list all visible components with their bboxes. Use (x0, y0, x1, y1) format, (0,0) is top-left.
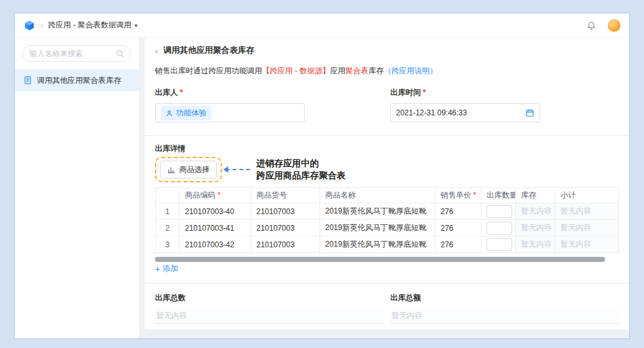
form-description: 销售出库时通过跨应用功能调用【跨应用 - 数据源】应用聚合表库存（跨应用说明） (155, 65, 619, 77)
row-index: 3 (156, 236, 180, 253)
sidebar-search[interactable] (22, 45, 131, 62)
cell-name: 2019新英伦风马丁靴厚底短靴 (320, 220, 435, 236)
col-header-subtotal: 小计 (555, 188, 619, 203)
scrollbar-thumb[interactable] (155, 257, 605, 262)
table-row: 1 210107003-40 210107003 2019新英伦风马丁靴厚底短靴… (156, 203, 619, 220)
desc-highlight-1: 【跨应用 - 数据源】 (262, 66, 330, 75)
cell-price: 276 (435, 220, 481, 236)
annotation-line-1: 进销存应用中的 (256, 157, 346, 170)
form-header: ‹ 调用其他应用聚合表库存 (155, 38, 619, 61)
table-row: 2 210107003-41 210107003 2019新英伦风马丁靴厚底短靴… (156, 220, 619, 236)
page-title: 调用其他应用聚合表库存 (163, 45, 254, 56)
app-window: › 跨应用 - 聚合表数据调用 ▾ 调用其他 (14, 13, 630, 339)
required-mark: * (180, 88, 183, 97)
table-header-row: 商品编码* 商品货号 商品名称 销售单价* 出库数量* 库存 小计 (156, 188, 619, 203)
breadcrumb[interactable]: 跨应用 - 聚合表数据调用 ▾ (48, 20, 137, 31)
cell-price: 276 (435, 236, 481, 253)
time-label-text: 出库时间 (390, 88, 421, 97)
table-row: 3 210107003-42 210107003 2019新英伦风马丁靴厚底短靴… (156, 236, 619, 253)
cell-code: 210107003-42 (180, 236, 251, 253)
cell-stock: 暂无内容 (516, 236, 555, 253)
cell-sku: 210107003 (251, 203, 320, 220)
time-field: 出库时间* 2021-12-31 09:46:33 (390, 87, 619, 122)
cell-qty (481, 203, 516, 220)
total-count-value: 暂无内容 (155, 308, 384, 324)
cell-sku: 210107003 (251, 236, 320, 253)
time-value: 2021-12-31 09:46:33 (396, 108, 525, 117)
col-header-name: 商品名称 (320, 188, 435, 203)
issuer-tag-label: 功能体验 (176, 108, 207, 119)
total-count-field: 出库总数 暂无内容 (155, 293, 384, 324)
row-index: 2 (156, 220, 180, 236)
cell-stock: 暂无内容 (516, 220, 555, 236)
cell-name: 2019新英伦风马丁靴厚底短靴 (320, 236, 435, 253)
add-row-button[interactable]: + 添加 (155, 263, 178, 274)
top-fields: 出库人* 功能体验 出库时 (155, 87, 619, 122)
breadcrumb-label: 跨应用 - 聚合表数据调用 (48, 20, 131, 31)
chevron-right-icon: › (40, 20, 43, 30)
qty-input[interactable] (487, 205, 512, 218)
required-mark: * (217, 191, 221, 199)
cell-name: 2019新英伦风马丁靴厚底短靴 (320, 203, 435, 220)
total-count-label: 出库总数 (155, 293, 384, 303)
time-input[interactable]: 2021-12-31 09:46:33 (390, 103, 540, 122)
search-input[interactable] (29, 49, 112, 58)
total-amount-value: 暂无内容 (390, 308, 619, 324)
cell-subtotal: 暂无内容 (555, 203, 619, 220)
calendar-icon[interactable] (525, 108, 534, 117)
desc-highlight-2: 聚合表 (346, 66, 369, 75)
back-chevron-icon[interactable]: ‹ (155, 46, 158, 55)
col-price-text: 销售单价 (441, 191, 471, 199)
required-mark: * (423, 88, 426, 97)
divider (145, 283, 629, 284)
annotation-row: 商品选择 进销存应用中的 跨应用商品库存聚合表 (155, 157, 619, 182)
annotation-text: 进销存应用中的 跨应用商品库存聚合表 (256, 157, 346, 182)
cell-qty (481, 236, 516, 253)
detail-table: 商品编码* 商品货号 商品名称 销售单价* 出库数量* 库存 小计 1 2101 (155, 187, 619, 253)
notifications-button[interactable] (587, 20, 596, 30)
issuer-tag[interactable]: 功能体验 (161, 106, 212, 120)
issuer-label-text: 出库人 (155, 88, 178, 97)
annotation-line-2: 跨应用商品库存聚合表 (256, 170, 346, 182)
caret-down-icon: ▾ (135, 22, 138, 29)
plus-icon: + (155, 265, 160, 273)
col-header-sku: 商品货号 (251, 188, 320, 203)
bell-icon (587, 20, 596, 30)
issuer-field: 出库人* 功能体验 (155, 87, 384, 122)
col-header-code: 商品编码* (180, 188, 251, 203)
sidebar-item-form[interactable]: 调用其他应用聚合表库存 (15, 69, 139, 91)
cell-sku: 210107003 (251, 220, 320, 236)
detail-section-label: 出库详情 (155, 143, 619, 154)
product-select-label: 商品选择 (179, 164, 210, 175)
row-index: 1 (156, 203, 180, 220)
avatar[interactable] (608, 19, 620, 32)
form-card: ‹ 调用其他应用聚合表库存 销售出库时通过跨应用功能调用【跨应用 - 数据源】应… (145, 38, 629, 330)
cross-app-doc-link[interactable]: （跨应用说明） (384, 66, 437, 75)
product-select-button[interactable]: 商品选择 (160, 161, 217, 178)
add-row-label: 添加 (163, 263, 178, 274)
annotation-highlight-box: 商品选择 (155, 157, 222, 182)
search-icon (116, 50, 124, 58)
col-header-index (156, 188, 180, 203)
desc-text-2: 应用 (330, 66, 346, 75)
desc-text-1: 销售出库时通过跨应用功能调用 (155, 66, 262, 75)
main-area: ‹ 调用其他应用聚合表库存 销售出库时通过跨应用功能调用【跨应用 - 数据源】应… (140, 38, 629, 338)
cell-code: 210107003-41 (180, 220, 251, 236)
cell-code: 210107003-40 (180, 203, 251, 220)
issuer-label: 出库人* (155, 87, 384, 98)
qty-input[interactable] (487, 238, 512, 251)
bar-chart-icon (167, 166, 175, 174)
cell-price: 276 (435, 203, 481, 220)
cell-subtotal: 暂无内容 (555, 236, 619, 253)
cell-stock: 暂无内容 (516, 203, 555, 220)
qty-input[interactable] (487, 222, 512, 235)
col-header-qty: 出库数量* (481, 188, 516, 203)
divider (145, 135, 629, 136)
sidebar: 调用其他应用聚合表库存 (15, 38, 140, 338)
issuer-input[interactable]: 功能体验 (155, 103, 305, 122)
col-code-text: 商品编码 (185, 191, 216, 199)
totals-section: 出库总数 暂无内容 出库总额 暂无内容 (155, 293, 619, 324)
annotation-arrow (226, 169, 250, 170)
col-qty-text: 出库数量 (487, 191, 516, 199)
total-amount-label: 出库总额 (390, 293, 619, 303)
